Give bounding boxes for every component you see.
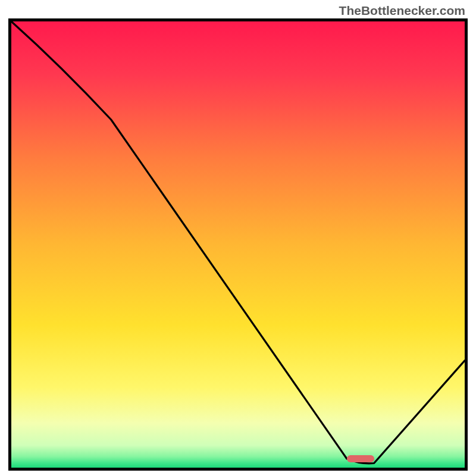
chart-curve bbox=[11, 21, 465, 468]
chart-frame bbox=[8, 18, 468, 471]
watermark-label: TheBottlenecker.com bbox=[339, 4, 465, 18]
chart-marker bbox=[347, 455, 374, 462]
